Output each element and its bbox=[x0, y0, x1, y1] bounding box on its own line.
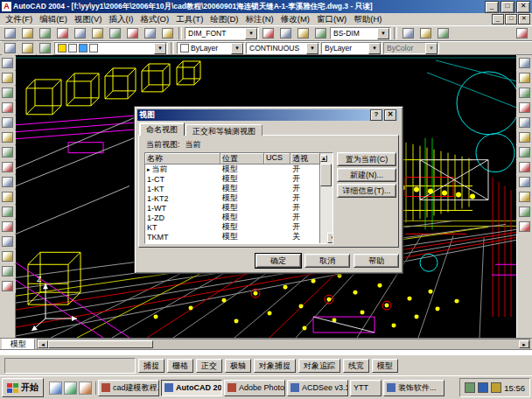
zoom-window-icon[interactable] bbox=[400, 26, 416, 40]
construction-line-icon[interactable] bbox=[0, 71, 16, 85]
redo-icon[interactable] bbox=[277, 26, 294, 40]
chevron-down-icon[interactable]: ▼ bbox=[154, 43, 166, 54]
chevron-down-icon[interactable]: ▼ bbox=[306, 43, 318, 54]
menu-draw[interactable]: 绘图(D) bbox=[206, 14, 242, 25]
circle-icon[interactable] bbox=[0, 145, 16, 159]
color-combo[interactable]: ByLayer ▼ bbox=[177, 42, 245, 54]
pan-icon[interactable] bbox=[295, 26, 312, 40]
ellipse-icon[interactable] bbox=[0, 190, 16, 204]
table-scrollbar[interactable]: ▲ ▼ bbox=[319, 153, 332, 243]
point-icon[interactable] bbox=[0, 234, 16, 248]
chevron-down-icon[interactable]: ▼ bbox=[231, 43, 243, 54]
lineweight-button[interactable]: 线宽 bbox=[343, 359, 369, 373]
minimize-button[interactable]: _ bbox=[485, 1, 499, 13]
grid-button[interactable]: 栅格 bbox=[167, 359, 193, 373]
layer-states-icon[interactable] bbox=[19, 41, 36, 55]
mirror-icon[interactable] bbox=[516, 86, 532, 100]
ortho-button[interactable]: 正交 bbox=[196, 359, 222, 373]
open-icon[interactable] bbox=[19, 26, 36, 40]
spline-icon[interactable] bbox=[0, 175, 16, 189]
region-icon[interactable] bbox=[0, 264, 16, 278]
insert-block-icon[interactable] bbox=[0, 205, 16, 219]
snap-button[interactable]: 捕捉 bbox=[138, 359, 164, 373]
chevron-down-icon[interactable]: ▼ bbox=[368, 43, 381, 54]
properties-icon[interactable] bbox=[435, 26, 452, 40]
zoom-realtime-icon[interactable] bbox=[312, 26, 329, 40]
save-icon[interactable] bbox=[37, 26, 53, 40]
menu-dimension[interactable]: 标注(N) bbox=[242, 14, 277, 25]
menu-view[interactable]: 视图(V) bbox=[71, 14, 106, 25]
quicklaunch-icon[interactable] bbox=[64, 382, 77, 395]
make-layer-current-icon[interactable] bbox=[37, 41, 53, 55]
task-photoshop[interactable]: Adobe Photo... bbox=[224, 380, 285, 396]
hscrollbar-thumb[interactable] bbox=[48, 340, 153, 348]
break-icon[interactable] bbox=[516, 220, 532, 234]
copy-object-icon[interactable] bbox=[516, 71, 532, 85]
scale-icon[interactable] bbox=[516, 160, 532, 174]
task-acdsee[interactable]: ACDSee v3.1... bbox=[287, 380, 348, 396]
scroll-up-icon[interactable]: ▲ bbox=[320, 155, 327, 162]
scrollbar-thumb[interactable] bbox=[320, 164, 332, 186]
quicklaunch-icon[interactable] bbox=[49, 382, 62, 395]
tab-named-views[interactable]: 命名视图 bbox=[139, 122, 185, 136]
column-header-ucs[interactable]: UCS bbox=[264, 153, 290, 164]
line-icon[interactable] bbox=[0, 56, 16, 70]
scroll-right-icon[interactable]: ► bbox=[519, 340, 529, 348]
menu-modify[interactable]: 修改(M) bbox=[277, 14, 313, 25]
menu-tools[interactable]: 工具(T) bbox=[172, 14, 206, 25]
polyline-icon[interactable] bbox=[0, 86, 16, 100]
extend-icon[interactable] bbox=[516, 205, 532, 219]
model-tab[interactable]: 模型 bbox=[2, 339, 35, 350]
dialog-help-icon[interactable]: ? bbox=[370, 109, 382, 121]
undo-icon[interactable] bbox=[260, 26, 276, 40]
task-input-method[interactable]: YTT bbox=[350, 380, 382, 396]
hatch-icon[interactable] bbox=[0, 249, 16, 263]
model-space-button[interactable]: 模型 bbox=[372, 359, 398, 373]
quicklaunch-icon[interactable] bbox=[79, 382, 92, 395]
cancel-button[interactable]: 取消 bbox=[304, 254, 350, 268]
start-button[interactable]: 开始 bbox=[2, 378, 44, 397]
chevron-down-icon[interactable]: ▼ bbox=[377, 28, 389, 39]
menu-file[interactable]: 文件(F) bbox=[2, 14, 36, 25]
trim-icon[interactable] bbox=[516, 190, 532, 204]
menu-insert[interactable]: 插入(I) bbox=[105, 14, 136, 25]
set-current-button[interactable]: 置为当前(C) bbox=[337, 152, 396, 166]
move-icon[interactable] bbox=[516, 130, 532, 144]
rotate-icon[interactable] bbox=[516, 145, 532, 159]
task-decor-software[interactable]: 装饰软件... bbox=[383, 380, 444, 396]
task-autocad[interactable]: AutoCAD 200... bbox=[161, 380, 222, 396]
close-button[interactable]: ✕ bbox=[516, 1, 530, 13]
menu-help[interactable]: 帮助(H) bbox=[350, 14, 385, 25]
doc-restore-button[interactable]: □ bbox=[505, 14, 517, 24]
dialog-close-icon[interactable]: ✕ bbox=[384, 109, 396, 121]
revision-cloud-icon[interactable] bbox=[0, 160, 16, 174]
restore-button[interactable]: □ bbox=[500, 1, 514, 13]
osnap-button[interactable]: 对象捕捉 bbox=[254, 359, 296, 373]
linetype-combo[interactable]: CONTINUOUS ▼ bbox=[246, 42, 320, 54]
menu-edit[interactable]: 编辑(E) bbox=[36, 14, 71, 25]
cut-icon[interactable] bbox=[107, 26, 123, 40]
tray-icon[interactable] bbox=[478, 382, 488, 393]
layer-combo[interactable]: ▼ bbox=[54, 42, 168, 54]
tab-ortho-isometric-views[interactable]: 正交和等轴测视图 bbox=[186, 124, 262, 136]
text-style-combo[interactable]: DIM_FONT ▼ bbox=[185, 27, 259, 39]
horizontal-scrollbar[interactable]: ◄ ► bbox=[37, 339, 530, 350]
lineweight-combo[interactable]: ByLayer ▼ bbox=[321, 42, 382, 54]
make-block-icon[interactable] bbox=[0, 220, 16, 234]
help-icon[interactable] bbox=[514, 26, 530, 40]
scroll-left-icon[interactable]: ◄ bbox=[38, 340, 48, 348]
layers-icon[interactable] bbox=[2, 41, 18, 55]
view-details-button[interactable]: 详细信息(T)... bbox=[337, 184, 396, 198]
scroll-down-icon[interactable]: ▼ bbox=[327, 233, 333, 243]
otrack-button[interactable]: 对象追踪 bbox=[298, 359, 340, 373]
erase-icon[interactable] bbox=[516, 56, 532, 70]
menu-window[interactable]: 窗口(W) bbox=[313, 14, 350, 25]
menu-format[interactable]: 格式(O) bbox=[136, 14, 172, 25]
multiline-text-icon[interactable] bbox=[0, 279, 16, 293]
match-properties-icon[interactable] bbox=[159, 26, 176, 40]
print-preview-icon[interactable] bbox=[72, 26, 88, 40]
view-list-table[interactable]: 名称 位置 UCS 透视 ▸当前 模型 开 1-CT 模型 开 1-KT 模型 bbox=[144, 152, 333, 244]
polygon-icon[interactable] bbox=[0, 101, 16, 115]
tray-icon[interactable] bbox=[465, 382, 475, 393]
ok-button[interactable]: 确定 bbox=[256, 254, 301, 268]
